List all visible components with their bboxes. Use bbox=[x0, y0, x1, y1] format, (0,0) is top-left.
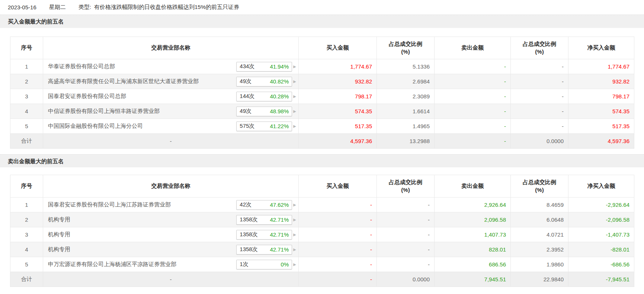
total-sell-amount: - bbox=[435, 134, 511, 149]
broker-cell: 中国国际金融股份有限公司上海分公司 575次41.22%▶ bbox=[43, 119, 299, 134]
net-amount: -828.01 bbox=[568, 242, 634, 257]
row-index: 4 bbox=[10, 242, 43, 257]
total-sell-ratio: 0.0000 bbox=[511, 134, 568, 149]
badge-percent: 42.71% bbox=[270, 231, 289, 238]
col-buy-ratio-line2: (%) bbox=[401, 187, 410, 193]
chevron-right-icon: ▶ bbox=[293, 109, 296, 113]
total-buy-amount: 4,597.36 bbox=[299, 134, 377, 149]
buy-amount: 798.17 bbox=[299, 89, 377, 104]
chevron-right-icon: ▶ bbox=[293, 218, 296, 222]
chevron-right-icon: ▶ bbox=[293, 247, 296, 252]
badge-percent: 40.82% bbox=[270, 78, 289, 85]
sell-amount: - bbox=[435, 59, 511, 74]
sell-amount: 828.01 bbox=[435, 242, 511, 257]
col-net-amount: 净买入金额 bbox=[568, 175, 634, 197]
table-row: 1 国泰君安证券股份有限公司上海江苏路证券营业部 42次47.62%▶ - - … bbox=[10, 197, 634, 212]
sell-amount: 1,407.73 bbox=[435, 227, 511, 242]
badge-count: 49次 bbox=[240, 108, 251, 115]
table-row: 2 高盛高华证券有限责任公司上海浦东新区世纪大道证券营业部 49次40.82%▶… bbox=[10, 74, 634, 89]
trade-count-badge[interactable]: 434次41.94%▶ bbox=[236, 62, 296, 72]
buy-ratio: - bbox=[377, 257, 435, 272]
col-seq: 序号 bbox=[10, 175, 43, 197]
trade-count-badge[interactable]: 144次40.28%▶ bbox=[236, 92, 296, 101]
trade-count-badge[interactable]: 1358次42.71%▶ bbox=[236, 245, 296, 255]
total-row: 合计 - 4,597.36 13.2988 - 0.0000 4,597.36 bbox=[10, 134, 634, 149]
net-amount: -1,407.73 bbox=[568, 227, 634, 242]
col-buy-ratio: 占总成交比例(%) bbox=[377, 37, 435, 59]
sell-ratio: - bbox=[511, 104, 568, 119]
row-index: 1 bbox=[10, 59, 43, 74]
buy-ratio: 2.6984 bbox=[377, 74, 435, 89]
total-label: 合计 bbox=[10, 134, 43, 149]
type-label: 类型: bbox=[79, 4, 91, 11]
sell-ratio: - bbox=[511, 59, 568, 74]
broker-cell: 高盛高华证券有限责任公司上海浦东新区世纪大道证券营业部 49次40.82%▶ bbox=[43, 74, 299, 89]
col-buy-ratio-line2: (%) bbox=[401, 48, 410, 55]
col-sell-ratio-line1: 占总成交比例 bbox=[523, 179, 556, 185]
net-amount: 574.35 bbox=[568, 104, 634, 119]
sell-table-wrap: 序号 交易营业部名称 买入金额 占总成交比例(%) 卖出金额 占总成交比例(%)… bbox=[0, 175, 644, 287]
chevron-right-icon: ▶ bbox=[293, 94, 296, 98]
buy-table-header-row: 序号 交易营业部名称 买入金额 占总成交比例(%) 卖出金额 占总成交比例(%)… bbox=[10, 37, 634, 59]
buy-ratio: 1.6614 bbox=[377, 104, 435, 119]
sell-table-header-row: 序号 交易营业部名称 买入金额 占总成交比例(%) 卖出金额 占总成交比例(%)… bbox=[10, 175, 634, 197]
col-broker: 交易营业部名称 bbox=[43, 37, 299, 59]
col-sell-amount: 卖出金额 bbox=[435, 37, 511, 59]
buy-amount: - bbox=[299, 212, 377, 227]
trade-count-badge[interactable]: 49次40.82%▶ bbox=[236, 77, 296, 86]
badge-count: 1358次 bbox=[240, 246, 257, 253]
buy-amount: 932.82 bbox=[299, 74, 377, 89]
badge-count: 1358次 bbox=[240, 231, 257, 238]
broker-cell: 中信证券股份有限公司上海恒丰路证券营业部 49次48.98%▶ bbox=[43, 104, 299, 119]
sell-amount: 686.56 bbox=[435, 257, 511, 272]
table-row: 4 机构专用 1358次42.71%▶ - - 828.01 2.3952 -8… bbox=[10, 242, 634, 257]
net-amount: 932.82 bbox=[568, 74, 634, 89]
buy-ratio: 2.3089 bbox=[377, 89, 435, 104]
broker-name: 机构专用 bbox=[48, 246, 70, 253]
col-buy-ratio-line1: 占总成交比例 bbox=[389, 41, 422, 47]
trade-count-badge[interactable]: 1358次42.71%▶ bbox=[236, 215, 296, 225]
col-buy-amount: 买入金额 bbox=[299, 37, 377, 59]
buy-amount: 574.35 bbox=[299, 104, 377, 119]
table-row: 4 中信证券股份有限公司上海恒丰路证券营业部 49次48.98%▶ 574.35… bbox=[10, 104, 634, 119]
table-row: 2 机构专用 1358次42.71%▶ - - 2,096.58 6.0648 … bbox=[10, 212, 634, 227]
broker-cell: 华泰证券股份有限公司总部 434次41.94%▶ bbox=[43, 59, 299, 74]
sell-ratio: 1.9860 bbox=[511, 257, 568, 272]
row-index: 3 bbox=[10, 89, 43, 104]
trade-count-badge[interactable]: 42次47.62%▶ bbox=[236, 200, 296, 210]
trade-count-badge[interactable]: 1358次42.71%▶ bbox=[236, 230, 296, 240]
row-index: 3 bbox=[10, 227, 43, 242]
broker-cell: 国泰君安证券股份有限公司上海江苏路证券营业部 42次47.62%▶ bbox=[43, 197, 299, 212]
table-row: 1 华泰证券股份有限公司总部 434次41.94%▶ 1,774.67 5.13… bbox=[10, 59, 634, 74]
trade-count-badge[interactable]: 575次41.22%▶ bbox=[236, 121, 296, 131]
broker-cell: 国泰君安证券股份有限公司总部 144次40.28%▶ bbox=[43, 89, 299, 104]
chevron-right-icon: ▶ bbox=[293, 233, 296, 237]
table-row: 5 申万宏源证券有限公司上海杨浦区平凉路证券营业部 1次0%▶ - - 686.… bbox=[10, 257, 634, 272]
broker-name: 国泰君安证券股份有限公司总部 bbox=[48, 93, 126, 100]
col-net-amount: 净买入金额 bbox=[568, 37, 634, 59]
weekday-label: 星期二 bbox=[49, 4, 66, 11]
trade-count-badge[interactable]: 49次48.98%▶ bbox=[236, 107, 296, 116]
col-sell-ratio-line1: 占总成交比例 bbox=[523, 41, 556, 47]
buy-amount: 517.35 bbox=[299, 119, 377, 134]
chevron-right-icon: ▶ bbox=[293, 203, 296, 207]
total-buy-amount: - bbox=[299, 272, 377, 287]
col-seq: 序号 bbox=[10, 37, 43, 59]
buy-ratio: - bbox=[377, 212, 435, 227]
buy-ratio: 1.4965 bbox=[377, 119, 435, 134]
total-net-amount: 4,597.36 bbox=[568, 134, 634, 149]
badge-percent: 0% bbox=[281, 261, 289, 268]
sell-ratio: 2.3952 bbox=[511, 242, 568, 257]
sell-ratio: - bbox=[511, 119, 568, 134]
col-sell-amount: 卖出金额 bbox=[435, 175, 511, 197]
chevron-right-icon: ▶ bbox=[293, 262, 296, 266]
total-broker-dash: - bbox=[43, 272, 299, 287]
trade-count-badge[interactable]: 1次0%▶ bbox=[236, 260, 296, 269]
row-index: 2 bbox=[10, 212, 43, 227]
badge-percent: 41.22% bbox=[270, 123, 289, 129]
col-buy-amount: 买入金额 bbox=[299, 175, 377, 197]
row-index: 4 bbox=[10, 104, 43, 119]
title-bar: 2023-05-16 星期二 类型: 有价格涨跌幅限制的日收盘价格跌幅达到15%… bbox=[0, 0, 644, 15]
broker-name: 高盛高华证券有限责任公司上海浦东新区世纪大道证券营业部 bbox=[48, 78, 199, 85]
sell-amount: 2,926.64 bbox=[435, 197, 511, 212]
